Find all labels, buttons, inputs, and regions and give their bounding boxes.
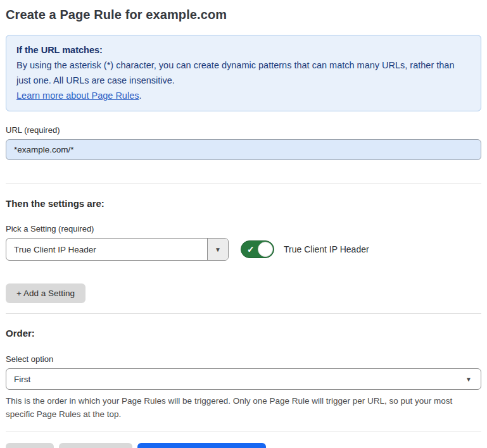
setting-row: True Client IP Header ▼ ✓ True Client IP… — [6, 238, 481, 261]
chevron-down-icon: ▼ — [465, 376, 472, 383]
url-field-label: URL (required) — [6, 125, 481, 135]
action-buttons-row: Cancel Save as Draft Save and Deploy Pag… — [6, 443, 481, 448]
save-and-deploy-button[interactable]: Save and Deploy Page Rule — [137, 443, 267, 448]
divider — [6, 313, 481, 314]
url-match-info-box: If the URL matches: By using the asteris… — [6, 35, 481, 111]
order-help-text: This is the order in which your Page Rul… — [6, 394, 478, 421]
toggle-knob — [258, 242, 273, 257]
setting-select-arrow-segment[interactable]: ▼ — [207, 239, 228, 260]
info-box-body: By using the asterisk (*) character, you… — [16, 58, 471, 88]
chevron-down-icon: ▼ — [215, 246, 221, 253]
setting-select-value: True Client IP Header — [6, 239, 207, 260]
order-select[interactable]: First ▼ — [6, 368, 481, 390]
setting-toggle-group: ✓ True Client IP Header — [241, 240, 369, 258]
url-input[interactable] — [6, 139, 481, 160]
divider — [6, 184, 481, 184]
order-select-label: Select option — [6, 354, 481, 364]
learn-more-link[interactable]: Learn more about Page Rules — [16, 90, 139, 101]
divider — [6, 432, 481, 432]
page-title: Create a Page Rule for example.com — [6, 8, 481, 22]
setting-toggle[interactable]: ✓ — [241, 240, 274, 258]
info-box-link-line: Learn more about Page Rules. — [16, 88, 471, 103]
settings-section-heading: Then the settings are: — [6, 198, 481, 209]
setting-toggle-label: True Client IP Header — [284, 244, 369, 254]
save-as-draft-button[interactable]: Save as Draft — [59, 443, 132, 448]
link-suffix: . — [139, 90, 141, 101]
cancel-button[interactable]: Cancel — [6, 443, 54, 448]
info-box-heading: If the URL matches: — [16, 42, 471, 58]
setting-picker-label: Pick a Setting (required) — [6, 224, 481, 233]
check-icon: ✓ — [247, 245, 255, 254]
order-section-heading: Order: — [6, 328, 481, 339]
add-setting-button[interactable]: + Add a Setting — [6, 283, 85, 303]
create-page-rule-form: Create a Page Rule for example.com If th… — [0, 0, 487, 448]
setting-select[interactable]: True Client IP Header ▼ — [6, 238, 229, 261]
order-select-value: First — [14, 375, 30, 384]
